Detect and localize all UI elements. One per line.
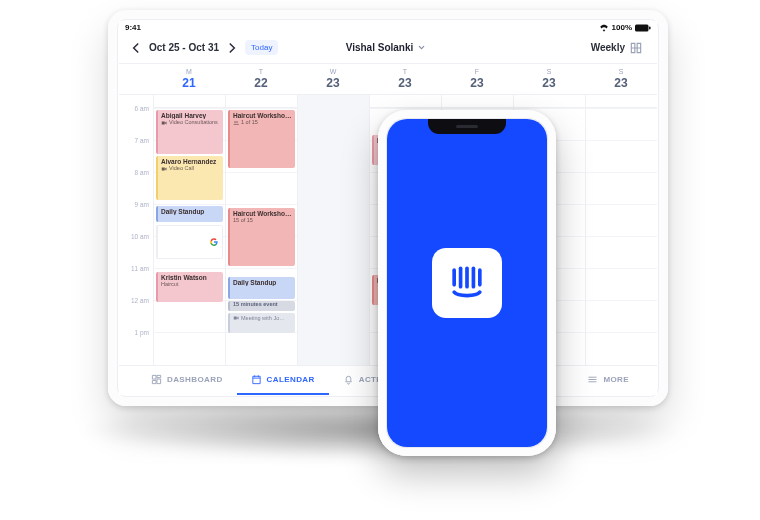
dow-label: S	[513, 68, 585, 75]
day-body-mon[interactable]: Abigail Harvey Video Consultations Alvar…	[153, 95, 225, 369]
users-icon	[233, 120, 239, 126]
tab-more[interactable]: MORE	[573, 366, 643, 395]
day-column-thu[interactable]: T 23	[369, 68, 441, 90]
event-sub: Haircut	[161, 281, 178, 287]
google-icon	[210, 238, 218, 246]
time-gutter: 6 am 7 am 8 am 9 am 10 am 11 am 12 am 1 …	[119, 95, 153, 369]
day-number: 23	[369, 76, 441, 90]
user-selector-label: Vishal Solanki	[346, 42, 414, 53]
day-column-wed[interactable]: W 23	[297, 68, 369, 90]
tab-calendar[interactable]: CALENDAR	[237, 366, 329, 395]
tab-label: MORE	[603, 375, 629, 384]
dow-label: S	[585, 68, 657, 75]
time-label: 8 am	[135, 169, 149, 176]
time-label: 9 am	[135, 201, 149, 208]
day-column-tue[interactable]: T 22	[225, 68, 297, 90]
battery-icon	[635, 24, 651, 32]
event-standup-tue[interactable]: Daily Standup	[228, 277, 295, 299]
time-label: 11 am	[131, 265, 149, 272]
tab-label: CALENDAR	[267, 375, 315, 384]
time-label: 6 am	[135, 105, 149, 112]
day-number: 23	[441, 76, 513, 90]
day-number: 23	[297, 76, 369, 90]
day-number: 21	[153, 76, 225, 90]
svg-rect-1	[649, 26, 651, 29]
day-number: 22	[225, 76, 297, 90]
camera-icon	[161, 166, 167, 172]
dow-label: F	[441, 68, 513, 75]
event-title: Kristin Watson	[161, 274, 220, 281]
calendar-icon	[251, 374, 262, 385]
day-number: 23	[513, 76, 585, 90]
calendar-header: Oct 25 - Oct 31 Today Vishal Solanki Wee…	[119, 32, 657, 64]
dow-label: M	[153, 68, 225, 75]
tab-label: DASHBOARD	[167, 375, 223, 384]
event-workshops-1[interactable]: Haircut Workshops 1 of 15	[228, 110, 295, 168]
weekday-header: M 21 T 22 W 23 T 23 F 23 S 23	[119, 64, 657, 95]
day-body-wed[interactable]	[297, 95, 369, 369]
day-number: 23	[585, 76, 657, 90]
event-standup-mon[interactable]: Daily Standup	[156, 206, 223, 222]
event-workshops-2[interactable]: Haircut Workshops 15 of 15	[228, 208, 295, 266]
event-meeting[interactable]: Meeting with Jo…	[228, 313, 295, 333]
event-sub: 15 of 15	[233, 217, 253, 223]
day-column-sun[interactable]: S 23	[585, 68, 657, 90]
event-title: Haircut Workshops	[233, 210, 292, 217]
status-battery-percent: 100%	[612, 23, 632, 32]
prev-week-button[interactable]	[129, 41, 143, 55]
day-column-mon[interactable]: M 21	[153, 68, 225, 90]
user-selector[interactable]: Vishal Solanki	[346, 42, 427, 53]
wifi-icon	[599, 24, 609, 32]
event-title: Abigail Harvey	[161, 112, 220, 119]
camera-icon	[161, 120, 167, 126]
day-body-sun[interactable]	[585, 95, 657, 369]
event-google[interactable]	[156, 225, 223, 259]
event-title: 15 minutes event	[233, 301, 292, 307]
today-button[interactable]: Today	[245, 40, 278, 55]
tab-dashboard[interactable]: DASHBOARD	[137, 366, 237, 395]
time-label: 7 am	[135, 137, 149, 144]
svg-rect-0	[635, 24, 649, 31]
time-label: 1 pm	[135, 329, 149, 336]
view-mode-toggle[interactable]: Weekly	[591, 41, 643, 55]
next-week-button[interactable]	[225, 41, 239, 55]
view-mode-label: Weekly	[591, 42, 625, 53]
event-alvaro[interactable]: Alvaro Hernandez Video Call	[156, 156, 223, 200]
app-logo	[432, 248, 502, 318]
event-sub: 1 of 15	[241, 119, 258, 125]
date-range-label: Oct 25 - Oct 31	[149, 42, 219, 53]
grid-view-icon	[629, 41, 643, 55]
dashboard-icon	[151, 374, 162, 385]
event-title: Meeting with Jo…	[241, 315, 285, 321]
status-time: 9:41	[125, 23, 141, 32]
event-15min[interactable]: 15 minutes event	[228, 301, 295, 311]
phone-screen	[387, 119, 547, 447]
event-sub: Video Consultations	[169, 119, 218, 125]
time-label: 10 am	[131, 233, 149, 240]
event-title: Alvaro Hernandez	[161, 158, 220, 165]
phone-frame	[378, 110, 556, 456]
day-column-fri[interactable]: F 23	[441, 68, 513, 90]
event-kristin[interactable]: Kristin Watson Haircut	[156, 272, 223, 302]
status-bar: 9:41 100%	[119, 21, 657, 32]
dow-label: T	[225, 68, 297, 75]
svg-point-3	[236, 121, 238, 123]
event-title: Daily Standup	[161, 208, 220, 215]
menu-icon	[587, 374, 598, 385]
day-column-sat[interactable]: S 23	[513, 68, 585, 90]
event-title: Haircut Workshops	[233, 112, 292, 119]
day-body-tue[interactable]: Haircut Workshops 1 of 15 Haircut Worksh…	[225, 95, 297, 369]
chevron-down-icon	[417, 43, 426, 52]
bell-icon	[343, 374, 354, 385]
phone-notch	[428, 119, 506, 134]
dow-label: W	[297, 68, 369, 75]
svg-point-2	[234, 121, 236, 123]
event-title: Daily Standup	[233, 279, 292, 286]
event-abigail[interactable]: Abigail Harvey Video Consultations	[156, 110, 223, 154]
time-label: 12 am	[131, 297, 149, 304]
camera-icon	[233, 315, 239, 321]
event-sub: Video Call	[169, 165, 194, 171]
dow-label: T	[369, 68, 441, 75]
